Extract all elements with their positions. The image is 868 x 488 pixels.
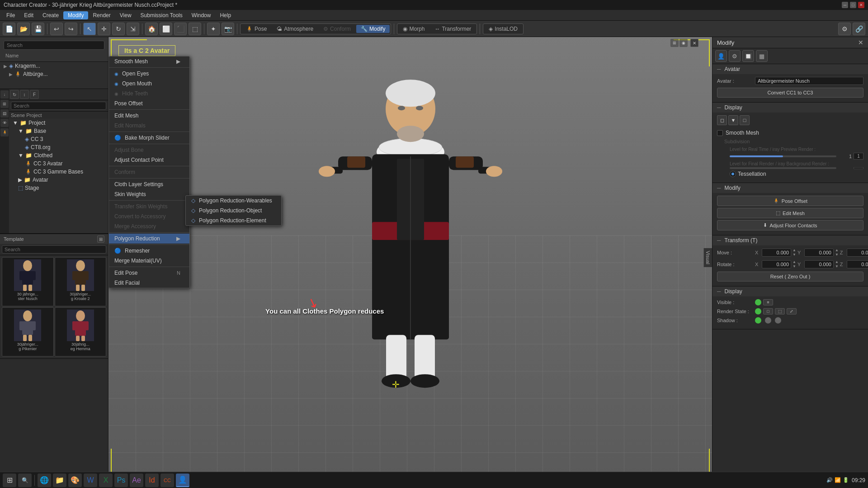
scene-ct8[interactable]: ◈ CT8.org [9,143,108,151]
task-excel[interactable]: X [99,474,113,487]
tree-item-altburge[interactable]: ▶ 🧍 Altbürge... [0,70,108,78]
visual-tab[interactable]: Visual [703,248,712,267]
tb-settings[interactable]: ⚙ [838,23,851,35]
cm-poly-element[interactable]: ◇ Polygon Reduction-Element [186,216,281,225]
x-down[interactable]: ▼ [793,253,796,257]
menu-modify[interactable]: Modify [63,11,88,19]
convert-cc1-btn[interactable]: Convert CC1 to CC3 [717,88,863,98]
scene-cc3avatar[interactable]: 🧍 CC 3 Avatar [9,160,108,168]
lp-icon-p1[interactable]: F [30,90,39,99]
scene-cc3[interactable]: ◈ CC 3 [9,135,108,143]
cm-open-mouth[interactable]: ◉ Open Mouth [109,79,189,89]
rp-icon-grid[interactable]: 🔲 [742,50,754,62]
rotate-y-input[interactable] [804,260,834,268]
menu-edit[interactable]: Edit [19,11,38,19]
task-browser[interactable]: 🌐 [38,474,51,487]
menu-file[interactable]: File [2,11,19,19]
cm-pose-offset[interactable]: Pose Offset [109,99,189,108]
ry-up[interactable]: ▲ [835,260,839,264]
y-up[interactable]: ▲ [835,248,839,253]
tb-undo[interactable]: ↩ [50,23,63,35]
vp-icon-1[interactable]: ⊞ [670,39,679,47]
scene-avatar[interactable]: ▶ 📁 Avatar [9,176,108,184]
x-up[interactable]: ▲ [793,248,796,253]
tb-save[interactable]: 💾 [32,23,44,35]
shadow-dot-gray1[interactable] [765,317,771,324]
menu-window[interactable]: Window [187,11,216,19]
task-ps[interactable]: Ps [114,474,128,487]
task-paint[interactable]: 🎨 [68,474,82,487]
menu-render[interactable]: Render [88,11,115,19]
reset-zero-btn[interactable]: Reset ( Zero Out ) [717,272,863,282]
sys-icon-2[interactable]: 📶 [835,477,841,483]
slider-num-2[interactable] [854,167,863,169]
scene-base[interactable]: ▼ 📁 Base [9,127,108,135]
visible-btn2[interactable]: ≡ [763,299,773,305]
task-id[interactable]: Id [145,474,159,487]
tb-cam[interactable]: 📷 [222,23,234,35]
tb-share[interactable]: 🔗 [853,23,865,35]
shadow-dot-gray2[interactable] [775,317,781,324]
avatar-input[interactable] [755,77,863,85]
side-icon-2[interactable]: ⊞ [0,100,9,108]
vp-icon-2[interactable]: ◉ [679,39,688,47]
scene-search-input[interactable] [11,102,106,110]
pose-offset-btn[interactable]: 🧍 Pose Offset [717,196,863,206]
rp-icon-settings[interactable]: ⚙ [729,50,741,62]
cm-smooth-mesh[interactable]: Smooth Mesh ▶ [109,56,189,66]
edit-mesh-btn[interactable]: ⬚ Edit Mesh [717,208,863,218]
cm-open-eyes[interactable]: ◉ Open Eyes [109,69,189,79]
cm-bake-morph[interactable]: 🔵 Bake Morph Slider [109,133,189,143]
top-search-input[interactable] [4,41,104,50]
cm-remesher[interactable]: 🔵 Remesher [109,246,189,256]
close-button[interactable]: ✕ [858,2,864,8]
rx-up[interactable]: ▲ [793,260,796,264]
tree-item-kragerm[interactable]: ▶ ◈ Kragerm... [0,62,108,70]
tb-move[interactable]: ✛ [98,23,110,35]
rp-display2-header[interactable]: ─ Display [712,286,868,296]
rotate-z-input[interactable] [847,260,868,268]
scene-project[interactable]: ▼ 📁 Project [9,119,108,127]
tb-open[interactable]: 📂 [17,23,30,35]
render-dot-green[interactable] [755,308,761,314]
rp-transform-header[interactable]: ─ Transform (T) [712,235,868,245]
render-btn2[interactable]: □ [763,308,773,314]
tb-scale[interactable]: ⇲ [127,23,139,35]
move-y-input[interactable] [804,249,834,257]
cm-poly-wearables[interactable]: ◇ Polygon Reduction-Wearables [186,196,281,206]
cm-skin-weights[interactable]: Skin Weights [109,189,189,199]
side-icon-5[interactable]: 🧍 [0,128,9,136]
rp-avatar-header[interactable]: ─ Avatar [712,64,868,74]
thumb-kroate[interactable]: 30jähriger...g Kroate 2 [55,257,107,306]
rp-modify-header[interactable]: ─ Modify [712,183,868,193]
template-search-input[interactable] [2,245,106,253]
mode-morph[interactable]: ◉ Morph [398,25,429,33]
tb-select[interactable]: ↖ [83,23,96,35]
rotate-x-input[interactable] [762,260,791,268]
mode-atmosphere[interactable]: 🌤 Atmosphere [272,25,318,33]
cm-poly-object[interactable]: ◇ Polygon Reduction-Object [186,206,281,216]
tb-top[interactable]: ⬚ [189,23,201,35]
rp-close-btn[interactable]: ✕ [858,39,863,46]
display-icon-2[interactable]: ▼ [728,115,738,125]
visible-dot-green[interactable] [755,299,761,305]
rp-display-header[interactable]: ─ Display [712,103,868,113]
tb-home[interactable]: 🏠 [145,23,158,35]
smooth-mesh-checkbox[interactable] [717,130,723,136]
side-icon-4[interactable]: 👁 [0,119,9,127]
tb-light[interactable]: ✦ [207,23,220,35]
adjust-floor-btn[interactable]: ⬇ Adjust Floor Contacts [717,220,863,230]
task-word[interactable]: W [84,474,97,487]
lp-icon-rot[interactable]: ↻ [10,90,19,99]
maximize-button[interactable]: □ [850,2,856,8]
task-cc[interactable]: CC [160,474,174,487]
menu-view[interactable]: View [115,11,136,19]
tb-new[interactable]: 📄 [3,23,15,35]
rx-down[interactable]: ▼ [793,264,796,269]
scene-cc3gamme[interactable]: 🧍 CC 3 Gamme Bases [9,168,108,176]
task-ae[interactable]: Ae [130,474,143,487]
sys-icon-3[interactable]: 🔋 [843,477,849,483]
cm-adjust-contact[interactable]: Adjust Contact Point [109,155,189,165]
mode-transformer[interactable]: ↔ Transformer [430,25,476,33]
thumb-nusch[interactable]: 30 jährige...ster Nusch [2,257,54,306]
